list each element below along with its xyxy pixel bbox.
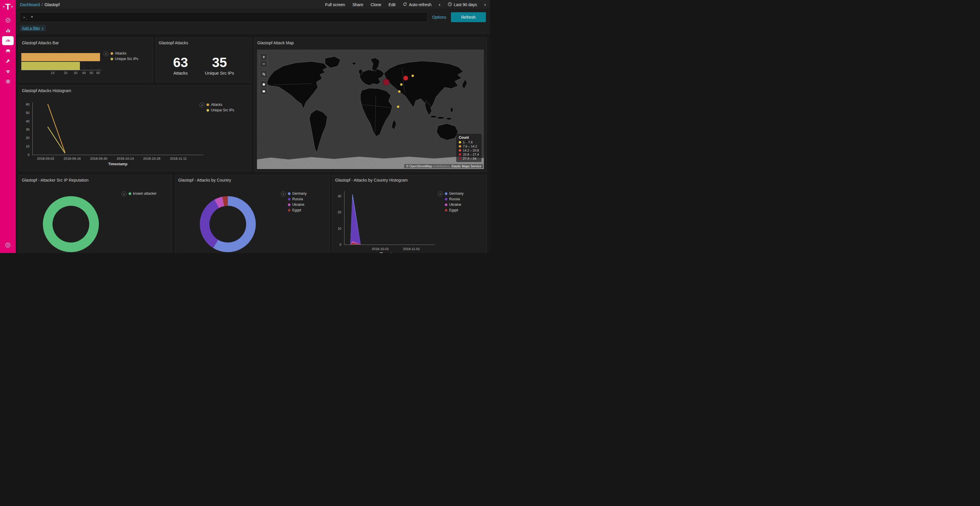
add-filter-link[interactable]: Add a filter +	[20, 25, 46, 31]
y-tick: 0	[339, 243, 341, 246]
attacks-histogram-plot[interactable]	[32, 103, 203, 155]
attacks-bar-legend: » AttacksUnique Src IPs	[103, 51, 138, 61]
legend-toggle[interactable]: »	[122, 192, 127, 197]
edit-button[interactable]: Edit	[388, 2, 396, 7]
bar-attacks[interactable]	[21, 53, 100, 61]
legend-swatch	[288, 198, 291, 200]
auto-refresh-button[interactable]: Auto-refresh	[403, 2, 431, 7]
main-column: Dashboard / Glastopf Full screen Share C…	[16, 0, 490, 253]
legend-item[interactable]: known attacker	[129, 192, 157, 195]
full-screen-button[interactable]: Full screen	[325, 2, 345, 7]
sidebar-item-visualize[interactable]	[2, 26, 14, 35]
legend-toggle[interactable]: »	[281, 192, 286, 197]
sidebar-item-monitoring[interactable]	[2, 67, 14, 76]
panel-attacks-histogram: Glastopf Attacks Histogram 0102030405060…	[19, 86, 251, 171]
y-tick: 40	[26, 119, 29, 123]
legend-label: Ukraine	[292, 203, 304, 207]
country-histogram-yaxis: 0102030	[332, 191, 343, 245]
zoom-in-button[interactable]	[260, 53, 267, 60]
legend-swatch	[111, 52, 113, 55]
sidebar: T	[0, 0, 16, 253]
legend-item[interactable]: Attacks	[111, 51, 138, 56]
map-legend-item: 27.4 – 34	[459, 157, 479, 160]
legend-label: Ukraine	[449, 203, 461, 207]
legend-label: Egypt	[449, 208, 458, 212]
sidebar-item-management[interactable]	[2, 77, 14, 86]
legend-range-label: 14.2 – 20.8	[463, 149, 479, 152]
map-legend-rows: 1 – 7.67.6 – 14.214.2 – 20.820.8 – 27.42…	[459, 141, 479, 160]
sidebar-item-dashboard[interactable]	[2, 36, 14, 45]
legend-swatch	[207, 103, 209, 106]
x-tick: 2018-11-11	[170, 157, 187, 160]
gauge-icon	[5, 38, 11, 43]
attack-location-dot[interactable]	[383, 79, 390, 86]
sidebar-item-tpot[interactable]	[2, 46, 14, 56]
polygon-tool-button[interactable]	[260, 81, 267, 88]
map-stage[interactable]	[257, 49, 484, 169]
panel-title: Glastopf - Attacker Src IP Reputation	[19, 175, 172, 184]
legend-item[interactable]: Ukraine	[288, 203, 307, 207]
attacks-bar-plot[interactable]	[21, 52, 101, 70]
time-forward-chevron[interactable]: ›	[484, 2, 486, 7]
sidebar-item-discover[interactable]	[2, 16, 14, 25]
legend-item[interactable]: Germany	[445, 192, 463, 195]
time-back-chevron[interactable]: ‹	[439, 2, 441, 7]
legend-item[interactable]: Russia	[288, 197, 307, 201]
zoom-out-button[interactable]	[260, 60, 267, 67]
attack-location-dot[interactable]	[397, 106, 399, 108]
panel-attacks-by-country: Glastopf - Attacks by Country » GermanyR…	[175, 175, 329, 253]
legend-swatch	[445, 198, 447, 200]
map-legend-item: 1 – 7.6	[459, 141, 479, 144]
legend-toggle[interactable]: »	[103, 51, 108, 56]
legend-item[interactable]: Russia	[445, 197, 463, 201]
metric-attacks: 63 Attacks	[173, 56, 188, 76]
reputation-donut-chart[interactable]	[43, 196, 99, 252]
x-tick: 2018-10-14	[117, 157, 134, 160]
breadcrumb-dashboard-link[interactable]: Dashboard	[20, 2, 40, 7]
legend-label: Egypt	[292, 208, 301, 212]
refresh-button[interactable]: Refresh	[451, 12, 486, 22]
attack-location-dot[interactable]	[412, 75, 414, 77]
attack-location-dot[interactable]	[400, 83, 402, 86]
draw-tools-group	[260, 81, 267, 95]
gear-icon	[5, 79, 11, 84]
options-link[interactable]: Options	[432, 15, 446, 19]
legend-item[interactable]: Ukraine	[445, 203, 463, 207]
attribution-contributors: contributors,	[432, 164, 452, 168]
country-histogram-plot[interactable]	[344, 191, 435, 245]
legend-toggle[interactable]: »	[438, 192, 443, 197]
osm-attribution-link[interactable]: © OpenStreetMap	[406, 164, 432, 168]
y-tick: 0	[28, 153, 29, 157]
clone-button[interactable]: Clone	[371, 2, 382, 7]
legend-label: Russia	[292, 197, 303, 201]
attack-location-dot[interactable]	[403, 76, 408, 81]
legend-toggle[interactable]: »	[199, 103, 204, 108]
box-zoom-button[interactable]	[260, 71, 267, 78]
search-input[interactable]: >_ *	[20, 12, 428, 22]
telekom-logo[interactable]: T	[3, 2, 13, 11]
legend-item[interactable]: Unique Src IPs	[111, 57, 138, 61]
elastic-maps-attribution[interactable]: Elastic Maps Service	[452, 164, 481, 168]
legend-item[interactable]: Unique Src IPs	[207, 108, 234, 112]
legend-item[interactable]: Egypt	[288, 208, 307, 212]
share-button[interactable]: Share	[352, 2, 363, 7]
legend-swatch	[459, 145, 461, 148]
attacks_histogram-svg	[33, 103, 203, 155]
time-picker[interactable]: Last 90 days	[448, 2, 477, 7]
country-donut-chart[interactable]	[200, 196, 256, 252]
map-count-legend: Count 1 – 7.67.6 – 14.214.2 – 20.820.8 –…	[456, 134, 482, 162]
legend-item[interactable]: Germany	[288, 192, 307, 195]
wrench-icon	[5, 58, 11, 64]
map-canvas[interactable]: Count 1 – 7.67.6 – 14.214.2 – 20.820.8 –…	[257, 49, 484, 169]
query-value: *	[31, 15, 33, 20]
bar-unique-src-ips[interactable]	[21, 62, 80, 70]
legend-item[interactable]: Attacks	[207, 103, 234, 107]
rectangle-tool-button[interactable]	[260, 88, 267, 95]
sidebar-collapse-button[interactable]	[5, 242, 11, 249]
legend-item[interactable]: Egypt	[445, 208, 463, 212]
attack-location-dot[interactable]	[398, 90, 401, 93]
sidebar-item-dev-tools[interactable]	[2, 57, 14, 66]
attacks-histogram-legend: » AttacksUnique Src IPs	[199, 103, 234, 112]
x-axis-label: Timestamp	[32, 162, 203, 166]
legend-swatch	[459, 157, 461, 160]
